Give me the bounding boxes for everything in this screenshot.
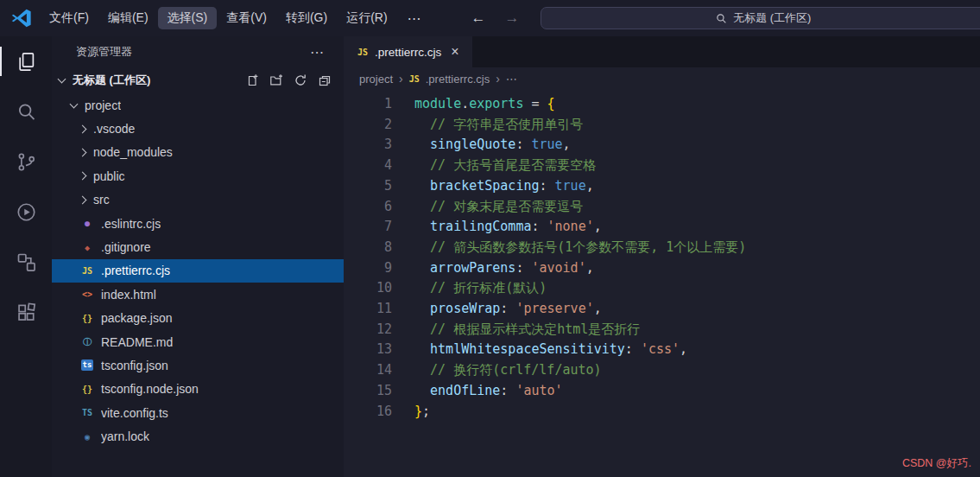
line-number: 4	[344, 156, 392, 176]
line-number: 7	[344, 217, 392, 238]
breadcrumb-project[interactable]: project	[359, 73, 393, 86]
chevron-right-icon	[79, 172, 87, 181]
tsconfig-icon: ts	[81, 359, 93, 371]
workspace-header[interactable]: 无标题 (工作区)	[52, 67, 344, 93]
code-line[interactable]: 9 arrowParens: 'avoid',	[344, 258, 980, 279]
code-line[interactable]: 15 endOfLine: 'auto'	[344, 381, 980, 402]
tree-folder-.vscode[interactable]: .vscode	[52, 117, 344, 140]
refresh-button[interactable]	[294, 73, 307, 87]
code-line[interactable]: 12 // 根据显示样式决定html是否折行	[344, 320, 980, 340]
breadcrumb-file[interactable]: .prettierrc.cjs	[426, 73, 490, 86]
code-text: // 换行符(crlf/lf/auto)	[392, 360, 602, 381]
code-text: singleQuote: true,	[392, 135, 571, 156]
line-number: 14	[344, 360, 392, 381]
tree-file-package.json[interactable]: {}package.json	[52, 307, 344, 330]
code-line[interactable]: 4 // 大括号首尾是否需要空格	[344, 156, 980, 176]
close-icon[interactable]: ×	[448, 44, 461, 60]
back-icon[interactable]: ←	[471, 10, 486, 27]
tree-file-.prettierrc.cjs[interactable]: JS.prettierrc.cjs	[52, 259, 344, 283]
tree-item-label: tsconfig.json	[101, 359, 168, 372]
explorer-icon[interactable]	[0, 36, 52, 86]
tree-file-tsconfig.node.json[interactable]: {}tsconfig.node.json	[52, 378, 344, 401]
menu-goto[interactable]: 转到(G)	[276, 7, 337, 29]
code-line[interactable]: 7 trailingComma: 'none',	[344, 217, 980, 238]
tab-bar: JS .prettierrc.cjs ×	[344, 36, 980, 67]
references-icon[interactable]	[0, 237, 52, 287]
chevron-down-icon	[58, 75, 66, 84]
code-text: // 大括号首尾是否需要空格	[392, 156, 596, 176]
code-text: };	[392, 402, 430, 423]
tree-file-.eslintrc.cjs[interactable]: ●.eslintrc.cjs	[52, 212, 344, 235]
line-number: 13	[344, 340, 392, 360]
source-control-icon[interactable]	[0, 137, 52, 187]
menu-run[interactable]: 运行(R)	[337, 7, 396, 29]
code-line[interactable]: 13 htmlWhitespaceSensitivity: 'css',	[344, 340, 980, 360]
menu-bar: 文件(F) 编辑(E) 选择(S) 查看(V) 转到(G) 运行(R) ⋯	[40, 7, 432, 30]
tree-item-label: package.json	[101, 311, 173, 325]
menu-edit[interactable]: 编辑(E)	[98, 7, 158, 29]
code-text: htmlWhitespaceSensitivity: 'css',	[392, 340, 687, 360]
tab-label: .prettierrc.cjs	[375, 46, 441, 59]
workspace-actions	[245, 73, 332, 87]
code-line[interactable]: 6 // 对象末尾是否需要逗号	[344, 197, 980, 218]
tree-item-label: index.html	[101, 288, 156, 302]
menu-selection[interactable]: 选择(S)	[158, 7, 218, 29]
line-number: 5	[344, 176, 392, 197]
vscode-logo-icon	[10, 7, 33, 29]
tree-file-yarn.lock[interactable]: ◉yarn.lock	[52, 424, 344, 448]
tree-file-.gitignore[interactable]: ◆.gitignore	[52, 235, 344, 258]
tree-item-label: tsconfig.node.json	[101, 382, 199, 396]
code-line[interactable]: 3 singleQuote: true,	[344, 135, 980, 156]
code-line[interactable]: 14 // 换行符(crlf/lf/auto)	[344, 360, 980, 381]
tree-item-label: README.md	[101, 335, 173, 349]
code-text: proseWrap: 'preserve',	[392, 299, 602, 320]
code-line[interactable]: 1module.exports = {	[344, 94, 980, 115]
html-icon: <>	[79, 289, 95, 299]
js-icon: JS	[79, 266, 95, 276]
tree-item-label: yarn.lock	[101, 429, 149, 443]
tree-item-label: src	[93, 193, 110, 207]
code-area[interactable]: 1module.exports = {2 // 字符串是否使用单引号3 sing…	[344, 90, 980, 477]
code-line[interactable]: 10 // 折行标准(默认)	[344, 278, 980, 299]
yarn-icon: ◉	[79, 432, 95, 442]
tree-item-label: .vscode	[93, 122, 135, 136]
tree-file-README.md[interactable]: ⓘREADME.md	[52, 330, 344, 353]
sidebar-explorer: 资源管理器 ⋯ 无标题 (工作区)	[52, 36, 344, 477]
workspace-label: 无标题 (工作区)	[73, 73, 245, 88]
search-text: 无标题 (工作区)	[733, 10, 811, 26]
search-sidebar-icon[interactable]	[0, 86, 52, 137]
line-number: 11	[344, 299, 392, 320]
menu-file[interactable]: 文件(F)	[40, 7, 98, 29]
new-file-button[interactable]	[245, 73, 259, 87]
tree-folder-src[interactable]: src	[52, 188, 344, 212]
forward-icon[interactable]: →	[505, 10, 520, 27]
collapse-all-button[interactable]	[318, 73, 332, 87]
code-line[interactable]: 16};	[344, 402, 980, 423]
tree-folder-node_modules[interactable]: node_modules	[52, 141, 344, 164]
code-text: trailingComma: 'none',	[392, 217, 602, 238]
code-line[interactable]: 5 bracketSpacing: true,	[344, 176, 980, 197]
json-icon: {}	[79, 385, 95, 394]
code-line[interactable]: 11 proseWrap: 'preserve',	[344, 299, 980, 320]
new-folder-button[interactable]	[269, 73, 283, 87]
code-line[interactable]: 8 // 箭头函数参数括号(1个参数不需要, 1个以上需要)	[344, 238, 980, 258]
tree-file-index.html[interactable]: <>index.html	[52, 283, 344, 306]
sidebar-more-icon[interactable]: ⋯	[310, 44, 325, 60]
extensions-icon[interactable]	[0, 287, 52, 337]
tree-folder-project[interactable]: project	[52, 93, 344, 117]
run-debug-icon[interactable]	[0, 187, 52, 237]
sidebar-header: 资源管理器 ⋯	[52, 36, 344, 67]
tree-folder-public[interactable]: public	[52, 164, 344, 188]
tree-file-tsconfig.json[interactable]: tstsconfig.json	[52, 353, 344, 377]
tree-file-vite.config.ts[interactable]: TSvite.config.ts	[52, 401, 344, 424]
tab-prettierrc[interactable]: JS .prettierrc.cjs ×	[344, 36, 473, 67]
menu-view[interactable]: 查看(V)	[217, 7, 276, 29]
command-center-search[interactable]: 无标题 (工作区)	[541, 7, 980, 29]
file-tree: project.vscodenode_modulespublicsrc●.esl…	[52, 93, 344, 477]
code-text: arrowParens: 'avoid',	[392, 258, 594, 279]
menu-more-icon[interactable]: ⋯	[397, 7, 432, 30]
code-line[interactable]: 2 // 字符串是否使用单引号	[344, 115, 980, 136]
code-text: // 箭头函数参数括号(1个参数不需要, 1个以上需要)	[392, 238, 746, 258]
breadcrumb-more[interactable]: ⋯	[506, 73, 517, 86]
js-icon: JS	[409, 74, 420, 84]
